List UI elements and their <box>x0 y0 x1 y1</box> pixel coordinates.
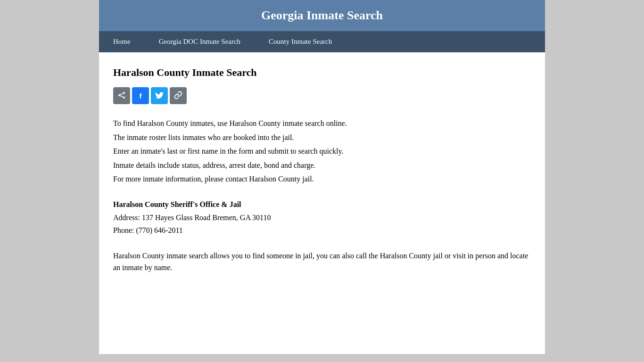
twitter-button[interactable] <box>151 87 168 104</box>
svg-point-1 <box>118 94 120 96</box>
nav-bar: Home Georgia DOC Inmate Search County In… <box>99 31 545 52</box>
address-value: 137 Hayes Glass Road Bremen, GA 30110 <box>142 214 271 222</box>
twitter-icon <box>155 92 164 100</box>
site-header: Georgia Inmate Search <box>99 0 545 31</box>
link-icon <box>174 91 182 101</box>
desc-line-5: For more inmate information, please cont… <box>113 173 531 185</box>
jail-phone: Phone: (770) 646-2011 <box>113 224 531 237</box>
share-button[interactable] <box>113 87 130 104</box>
share-icon <box>118 91 125 100</box>
site-title: Georgia Inmate Search <box>108 8 536 23</box>
social-buttons: f <box>113 87 531 104</box>
phone-value: (770) 646-2011 <box>136 226 182 234</box>
closing-paragraph: Haralson County inmate search allows you… <box>113 250 531 274</box>
jail-info-title: Haralson County Sheriff's Office & Jail <box>113 198 531 211</box>
description-section: To find Haralson County inmates, use Har… <box>113 117 531 185</box>
facebook-icon: f <box>140 92 142 100</box>
address-label: Address: <box>113 214 140 222</box>
desc-line-1: To find Haralson County inmates, use Har… <box>113 117 531 130</box>
nav-doc-search[interactable]: Georgia DOC Inmate Search <box>145 31 255 52</box>
desc-line-2: The inmate roster lists inmates who are … <box>113 132 531 144</box>
main-content: Haralson County Inmate Search f <box>99 52 545 354</box>
svg-line-3 <box>120 93 123 95</box>
phone-label: Phone: <box>113 226 134 234</box>
svg-point-0 <box>123 92 125 94</box>
copy-link-button[interactable] <box>170 87 187 104</box>
jail-address: Address: 137 Hayes Glass Road Bremen, GA… <box>113 212 531 224</box>
svg-point-2 <box>123 97 125 99</box>
page-title: Haralson County Inmate Search <box>113 66 531 79</box>
jail-info-section: Haralson County Sheriff's Office & Jail … <box>113 198 531 237</box>
nav-home[interactable]: Home <box>99 31 145 52</box>
desc-line-4: Inmate details include status, address, … <box>113 159 531 172</box>
desc-line-3: Enter an inmate's last or first name in … <box>113 145 531 157</box>
nav-county-search[interactable]: County Inmate Search <box>255 31 346 52</box>
facebook-button[interactable]: f <box>132 87 149 104</box>
svg-line-4 <box>120 96 123 97</box>
